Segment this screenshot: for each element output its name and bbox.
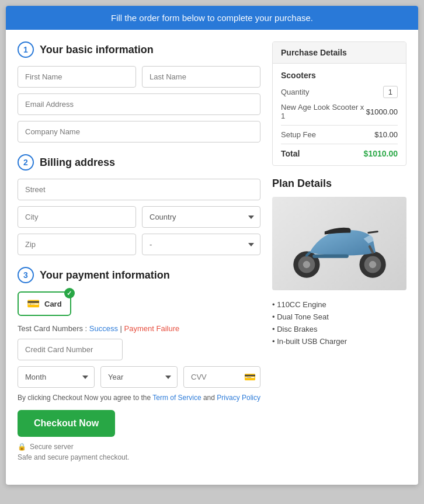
terms-prefix: By clicking Checkout Now you agree to th… xyxy=(18,394,152,402)
section3-title: 3 Your payment information xyxy=(18,267,260,283)
country-select[interactable]: Country United States United Kingdom Can… xyxy=(142,206,260,228)
street-field xyxy=(18,179,260,200)
test-card-failure-link[interactable]: Payment Failure xyxy=(124,324,180,333)
cc-number-input[interactable] xyxy=(18,339,123,360)
year-select[interactable]: Year 2024 2025 2026 2027 2028 xyxy=(100,366,178,388)
setup-fee-label: Setup Fee xyxy=(281,130,316,139)
privacy-policy-link[interactable]: Privacy Policy xyxy=(217,394,260,402)
plan-feature-item: 110CC Engine xyxy=(272,298,406,311)
svg-point-2 xyxy=(303,261,310,268)
year-field: Year 2024 2025 2026 2027 2028 xyxy=(100,366,178,388)
test-card-prefix: Test Card Numbers : xyxy=(18,324,89,333)
last-name-field xyxy=(142,66,260,88)
setup-fee-value: $10.00 xyxy=(374,130,398,139)
total-label: Total xyxy=(281,149,300,158)
quantity-label: Quantity xyxy=(281,88,309,96)
product-price-row: New Age Look Scooter x 1 $1000.00 xyxy=(281,103,398,120)
test-card-success-link[interactable]: Success xyxy=(89,324,118,333)
email-field xyxy=(18,93,260,115)
section2-label: Billing address xyxy=(40,157,115,169)
section1-label: Your basic information xyxy=(40,44,154,56)
first-name-input[interactable] xyxy=(18,66,136,88)
secure-label: Secure server xyxy=(30,443,74,451)
city-input[interactable] xyxy=(18,206,136,228)
section-billing: 2 Billing address Country United xyxy=(18,154,260,255)
right-panel: Purchase Details Scooters Quantity 1 New… xyxy=(272,41,406,473)
first-name-field xyxy=(18,66,136,88)
left-panel: 1 Your basic information xyxy=(18,41,260,473)
cc-number-row xyxy=(18,339,260,360)
cvv-card-icon: 💳 xyxy=(244,371,256,383)
total-row: Total $1010.00 xyxy=(281,149,398,158)
plan-feature-item: Dual Tone Seat xyxy=(272,311,406,323)
main-content: 1 Your basic information xyxy=(6,30,418,485)
page-wrapper: Fill the order form below to complete yo… xyxy=(6,6,418,485)
quantity-value: 1 xyxy=(383,86,398,98)
state-field: - California New York xyxy=(142,234,260,255)
cc-number-field xyxy=(18,339,260,360)
card-selected-checkmark: ✓ xyxy=(64,288,75,298)
product-category: Scooters xyxy=(281,71,398,80)
card-payment-option[interactable]: 💳 Card ✓ xyxy=(18,291,71,316)
terms-and: and xyxy=(203,394,217,402)
payment-options: 💳 Card ✓ xyxy=(18,291,260,316)
card-label: Card xyxy=(44,300,62,308)
section3-label: Your payment information xyxy=(40,269,170,281)
quantity-row: Quantity 1 xyxy=(281,86,398,98)
section-basic-info: 1 Your basic information xyxy=(18,41,260,142)
street-row xyxy=(18,179,260,200)
svg-rect-7 xyxy=(312,255,349,258)
name-row xyxy=(18,66,260,88)
test-card-info: Test Card Numbers : Success | Payment Fa… xyxy=(18,324,260,333)
lock-icon: 🔒 xyxy=(18,443,26,451)
svg-point-5 xyxy=(369,261,376,268)
plan-details: Plan Details xyxy=(272,178,406,347)
last-name-input[interactable] xyxy=(142,66,260,88)
zip-input[interactable] xyxy=(18,234,136,255)
street-input[interactable] xyxy=(18,179,260,200)
secure-subtext: Safe and secure payment checkout. xyxy=(18,453,260,461)
card-icon: 💳 xyxy=(27,297,40,310)
month-field: Month 01 02 03 04 05 06 07 08 09 10 11 xyxy=(18,366,95,388)
email-input[interactable] xyxy=(18,93,260,115)
country-field: Country United States United Kingdom Can… xyxy=(142,206,260,228)
plan-feature-item: Disc Brakes xyxy=(272,323,406,335)
plan-features-list: 110CC EngineDual Tone SeatDisc BrakesIn-… xyxy=(272,298,406,347)
state-select[interactable]: - California New York xyxy=(142,234,260,255)
test-card-sep: | xyxy=(120,324,124,333)
setup-fee-row: Setup Fee $10.00 xyxy=(281,130,398,139)
terms-of-service-link[interactable]: Term of Service xyxy=(152,394,201,402)
zip-field xyxy=(18,234,136,255)
purchase-details-header: Purchase Details xyxy=(273,42,406,64)
city-country-row: Country United States United Kingdom Can… xyxy=(18,206,260,228)
section1-number: 1 xyxy=(18,41,34,58)
cvv-field: 💳 xyxy=(183,366,260,388)
top-banner: Fill the order form below to complete yo… xyxy=(6,6,418,30)
scooter-svg xyxy=(279,201,400,286)
product-name: New Age Look Scooter x 1 xyxy=(281,103,366,120)
product-price: $1000.00 xyxy=(366,107,398,116)
checkout-button[interactable]: Checkout Now xyxy=(18,410,115,437)
scooter-image xyxy=(272,197,406,290)
expiry-cvv-row: Month 01 02 03 04 05 06 07 08 09 10 11 xyxy=(18,366,260,388)
company-field xyxy=(18,121,260,142)
section2-title: 2 Billing address xyxy=(18,154,260,171)
total-value: $1010.00 xyxy=(364,149,398,158)
month-select[interactable]: Month 01 02 03 04 05 06 07 08 09 10 11 xyxy=(18,366,95,388)
section1-title: 1 Your basic information xyxy=(18,41,260,58)
company-input[interactable] xyxy=(18,121,260,142)
section3-number: 3 xyxy=(18,267,34,283)
city-field xyxy=(18,206,136,228)
email-row xyxy=(18,93,260,115)
svg-line-6 xyxy=(368,231,377,232)
zip-state-row: - California New York xyxy=(18,234,260,255)
banner-text: Fill the order form below to complete yo… xyxy=(111,13,313,23)
section-payment: 3 Your payment information 💳 Card ✓ Test… xyxy=(18,267,260,461)
plan-details-title: Plan Details xyxy=(272,178,406,190)
company-row xyxy=(18,121,260,142)
plan-feature-item: In-built USB Charger xyxy=(272,335,406,347)
divider2 xyxy=(281,144,398,144)
purchase-details-box: Purchase Details Scooters Quantity 1 New… xyxy=(272,41,406,166)
terms-text: By clicking Checkout Now you agree to th… xyxy=(18,394,260,402)
purchase-details-body: Scooters Quantity 1 New Age Look Scooter… xyxy=(273,64,406,165)
